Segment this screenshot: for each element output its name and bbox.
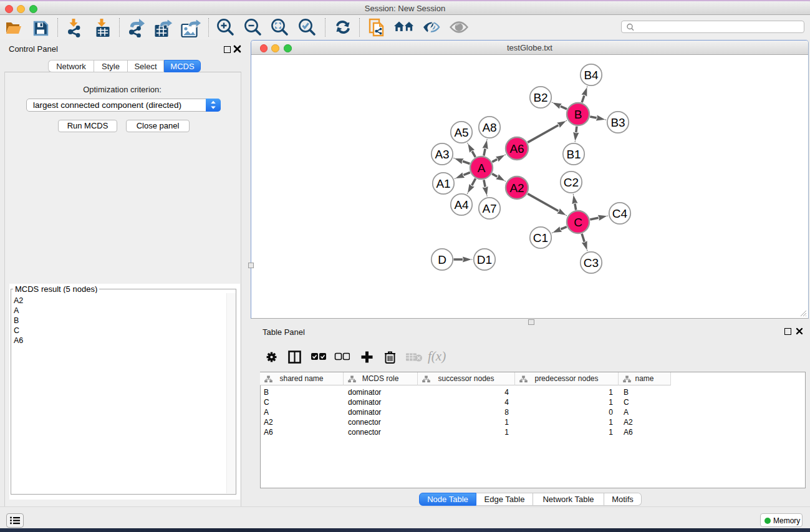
svg-text:C2: C2	[564, 176, 579, 189]
svg-text:B3: B3	[610, 116, 625, 129]
svg-text:A2: A2	[509, 181, 524, 195]
svg-text:D: D	[438, 253, 446, 266]
svg-text:A3: A3	[435, 148, 449, 161]
svg-text:A8: A8	[482, 121, 496, 134]
svg-text:A6: A6	[509, 142, 524, 155]
svg-text:A7: A7	[482, 202, 496, 215]
svg-text:B: B	[574, 108, 582, 121]
svg-text:C1: C1	[533, 231, 548, 244]
svg-text:B1: B1	[566, 148, 581, 161]
svg-text:C3: C3	[584, 256, 599, 269]
svg-text:A: A	[478, 162, 486, 175]
svg-text:C: C	[574, 216, 582, 229]
svg-text:A5: A5	[454, 126, 468, 139]
svg-text:B2: B2	[533, 91, 547, 104]
svg-text:A1: A1	[436, 177, 450, 190]
svg-text:D1: D1	[477, 253, 492, 266]
svg-text:B4: B4	[584, 69, 599, 82]
svg-text:A4: A4	[454, 198, 469, 211]
svg-text:C4: C4	[612, 207, 628, 220]
